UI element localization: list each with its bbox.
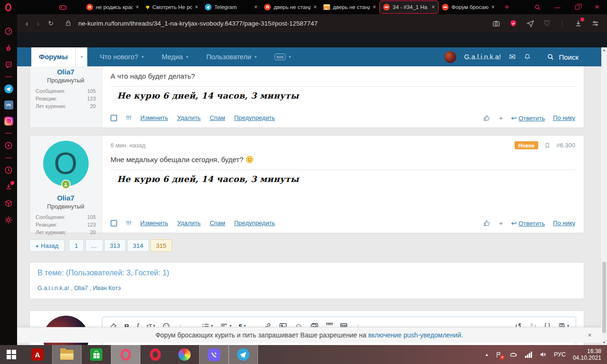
- instagram-sidebar-icon[interactable]: [4, 117, 13, 126]
- report-link[interactable]: !!!: [126, 219, 131, 227]
- nav-item-sos[interactable]: sos ▾: [269, 47, 296, 66]
- multiquote-plus-button[interactable]: +: [499, 219, 503, 227]
- settings-gear-icon[interactable]: [4, 215, 13, 225]
- tab-active[interactable]: 34 - #34_1 На кр ×: [379, 0, 439, 14]
- alerts-bell-icon[interactable]: [524, 53, 531, 61]
- scroll-up-arrow[interactable]: ▲: [603, 48, 606, 52]
- vpn-shield-icon[interactable]: [509, 19, 517, 27]
- settings-sliders-icon[interactable]: [591, 19, 599, 27]
- back-icon[interactable]: ‹: [26, 19, 28, 27]
- close-button[interactable]: ×: [587, 0, 607, 14]
- tab-2[interactable]: ♥ Смотреть Не ро ×: [142, 0, 202, 14]
- spam-link[interactable]: Спам: [210, 114, 225, 121]
- forums-dropdown-caret[interactable]: ▾: [75, 47, 88, 66]
- nav-item-whats-new[interactable]: Что нового? ▾: [94, 47, 149, 66]
- page-scrollbar[interactable]: ▲ ▼: [601, 47, 607, 345]
- reply-by-nick-link[interactable]: По нику: [553, 219, 575, 227]
- user-link[interactable]: Olia7: [74, 285, 93, 291]
- push-enable-link[interactable]: включение push-уведомлений.: [368, 331, 463, 339]
- tab-close-icon[interactable]: ×: [195, 4, 198, 10]
- user-avatar[interactable]: [444, 51, 456, 63]
- tab-search-icon[interactable]: [527, 0, 547, 14]
- clock[interactable]: 16:38 04.10.2021: [573, 348, 601, 361]
- warn-link[interactable]: Предупредить: [234, 114, 275, 121]
- nav-item-forums[interactable]: Форумы: [31, 47, 75, 66]
- network-signal-icon[interactable]: [525, 352, 532, 358]
- tab-3[interactable]: Telegram ×: [202, 0, 261, 14]
- reply-by-nick-link[interactable]: По нику: [553, 114, 575, 121]
- twitch-icon[interactable]: [4, 60, 13, 69]
- volume-icon[interactable]: [539, 351, 547, 358]
- bookmark-icon[interactable]: [544, 142, 551, 149]
- multiquote-plus-button[interactable]: +: [499, 114, 503, 122]
- search-button[interactable]: Поиск: [547, 53, 579, 61]
- nav-item-media[interactable]: Медиа ▾: [156, 47, 194, 66]
- reload-icon[interactable]: ↻: [48, 20, 54, 27]
- tab-close-icon[interactable]: ×: [254, 4, 258, 10]
- tab-close-icon[interactable]: ×: [432, 4, 435, 10]
- player-icon[interactable]: [4, 141, 13, 150]
- url-text[interactable]: ne-kurim.ru/forum/threads/34_1-na-krylja…: [78, 20, 318, 27]
- delete-link[interactable]: Удалить: [177, 219, 201, 227]
- page-ellipsis[interactable]: …: [85, 239, 103, 252]
- tab-close-icon[interactable]: ×: [136, 4, 139, 10]
- delete-link[interactable]: Удалить: [177, 114, 201, 121]
- taskbar-color-app[interactable]: [170, 345, 199, 364]
- select-post-checkbox[interactable]: [110, 220, 117, 227]
- pagination-back-button[interactable]: ◂ Назад: [29, 239, 64, 252]
- warn-link[interactable]: Предупредить: [234, 219, 275, 227]
- flow-send-icon[interactable]: [526, 19, 534, 27]
- start-button[interactable]: [0, 345, 23, 364]
- page-315-current[interactable]: 315: [150, 239, 172, 252]
- report-link[interactable]: !!!: [126, 114, 131, 121]
- cleaner-broom-icon[interactable]: [4, 43, 13, 53]
- snapshot-camera-icon[interactable]: [492, 19, 500, 27]
- page-1-button[interactable]: 1: [69, 239, 83, 252]
- post-number-link[interactable]: #6.300: [556, 142, 575, 149]
- nav-item-users[interactable]: Пользователи ▾: [201, 47, 262, 66]
- downloads-sidebar-icon[interactable]: [4, 182, 13, 191]
- user-link[interactable]: Иван Котэ: [93, 285, 121, 291]
- tray-expand-icon[interactable]: ▲: [485, 353, 488, 357]
- username-link[interactable]: G.a.l.i.n.k.a!: [464, 53, 501, 61]
- page-314-button[interactable]: 314: [127, 239, 149, 252]
- reply-link[interactable]: ↩Ответить: [511, 114, 545, 122]
- tab-7[interactable]: Форум бросаю ×: [439, 0, 498, 14]
- telegram-sidebar-icon[interactable]: [4, 84, 13, 93]
- tab-close-icon[interactable]: ×: [373, 4, 376, 10]
- scroll-down-arrow[interactable]: ▼: [603, 341, 606, 344]
- author-link[interactable]: Olia7: [36, 194, 96, 202]
- taskbar-opera-gx[interactable]: [111, 345, 140, 364]
- tab-4[interactable]: Я дверь не станда ×: [261, 0, 320, 14]
- user-link[interactable]: G.a.l.i.n.k.a!: [37, 285, 74, 291]
- like-icon[interactable]: [483, 219, 491, 227]
- taskbar-viber[interactable]: [199, 345, 229, 364]
- gx-corner-icon[interactable]: [59, 3, 67, 11]
- language-indicator[interactable]: РУС: [554, 351, 566, 358]
- reply-link[interactable]: ↩Ответить: [511, 219, 545, 227]
- taskbar-file-explorer[interactable]: [52, 345, 82, 364]
- tab-1[interactable]: Я не родись крас ×: [83, 0, 142, 14]
- tab-5[interactable]: дверь не станда ×: [320, 0, 379, 14]
- tab-close-icon[interactable]: ×: [313, 4, 317, 10]
- minimize-button[interactable]: —: [547, 0, 567, 14]
- downloads-icon[interactable]: [574, 19, 582, 27]
- speed-dial-icon[interactable]: [4, 27, 13, 36]
- taskbar-ms-store[interactable]: [82, 345, 111, 364]
- mail-envelope-icon[interactable]: ✉: [509, 52, 515, 62]
- battery-icon[interactable]: [510, 351, 518, 359]
- extensions-cube-icon[interactable]: [4, 199, 13, 208]
- edit-link[interactable]: Изменить: [140, 219, 168, 227]
- select-post-checkbox[interactable]: [110, 115, 117, 121]
- like-icon[interactable]: [483, 114, 491, 122]
- edit-link[interactable]: Изменить: [140, 114, 168, 121]
- author-link[interactable]: Olia7: [36, 68, 96, 76]
- taskbar-opera[interactable]: [140, 345, 170, 364]
- action-center-flag-icon[interactable]: ✕: [496, 351, 503, 358]
- bookmark-heart-icon[interactable]: ♡: [543, 19, 550, 28]
- post-timestamp[interactable]: 6 мин. назад: [110, 142, 146, 149]
- scrollbar-thumb[interactable]: [602, 262, 606, 333]
- taskbar-telegram[interactable]: [229, 345, 258, 364]
- forward-icon[interactable]: ›: [37, 19, 40, 27]
- lock-icon[interactable]: [65, 20, 72, 27]
